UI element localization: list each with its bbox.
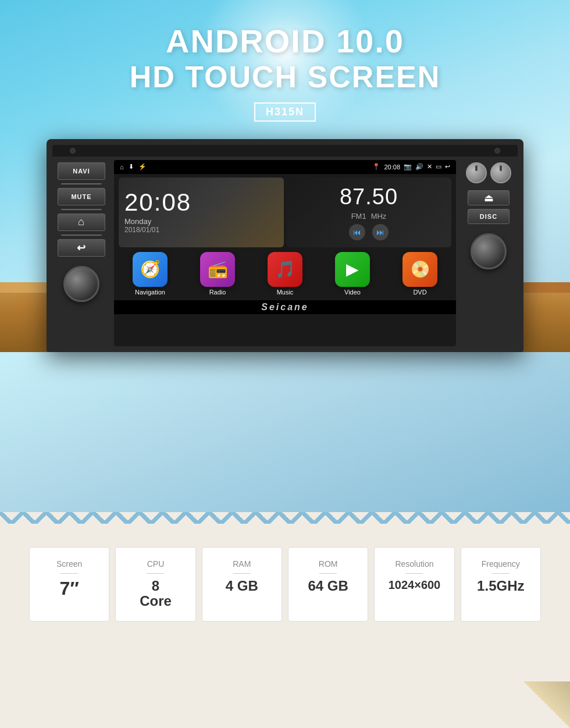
radio-unit: MHz — [371, 212, 387, 221]
radio-frequency: 87.50 — [340, 184, 398, 209]
title-line1: ANDROID 10.0 — [130, 23, 441, 59]
download-icon: ⬇ — [129, 163, 134, 171]
android-screen: ⌂ ⬇ ⚡ 📍 20:08 📷 🔊 ✕ ▭ ↩ — [114, 160, 456, 346]
spec-rom-value: 64 GB — [308, 578, 348, 594]
radio-band-row: FM1 MHz — [351, 212, 387, 221]
navi-button[interactable]: NAVI — [58, 162, 105, 180]
spec-screen-value: 7″ — [60, 578, 79, 599]
radio-band: FM1 — [351, 212, 366, 221]
radio-app-icon[interactable]: 📻 — [200, 252, 235, 287]
page-curl — [523, 681, 570, 728]
back-status-icon: ↩ — [445, 163, 450, 171]
spec-divider — [405, 573, 423, 574]
window-icon: ▭ — [436, 163, 441, 171]
radio-app[interactable]: 📻 Radio — [200, 252, 235, 296]
spec-ram-value: 4 GB — [226, 578, 258, 594]
dial-knob-left[interactable] — [466, 162, 487, 183]
spec-divider — [319, 573, 337, 574]
left-volume-knob[interactable] — [63, 266, 99, 302]
btn-separator — [61, 209, 102, 210]
gps-icon: 📍 — [372, 163, 380, 171]
specs-section: Screen 7″ CPU 8Core RAM 4 GB ROM 64 GB R… — [0, 512, 570, 728]
brand-name: Seicane — [261, 302, 308, 312]
model-badge: H315N — [254, 102, 316, 122]
usb-icon: ⚡ — [138, 163, 147, 171]
video-app-icon[interactable]: ▶ — [335, 252, 370, 287]
radio-widget[interactable]: 87.50 FM1 MHz ⏮ ⏭ — [286, 177, 451, 247]
back-button[interactable]: ↩ — [58, 239, 105, 257]
spec-ram-label: RAM — [233, 559, 251, 569]
spec-frequency-label: Frequency — [482, 559, 520, 569]
radio-top-bar — [52, 145, 518, 157]
radio-unit: NAVI MUTE ⌂ ↩ ⌂ — [47, 139, 523, 352]
dvd-app-icon[interactable]: 📀 — [402, 252, 437, 287]
dial-row — [466, 162, 511, 183]
nav-app-label: Navigation — [135, 289, 165, 296]
radio-main-row: NAVI MUTE ⌂ ↩ ⌂ — [52, 160, 518, 346]
spec-cpu-label: CPU — [147, 559, 165, 569]
status-left: ⌂ ⬇ ⚡ — [120, 163, 147, 171]
spec-ram: RAM 4 GB — [202, 547, 282, 622]
status-time: 20:08 — [384, 164, 400, 171]
spec-resolution-label: Resolution — [395, 559, 433, 569]
clock-widget[interactable]: 20:08 Monday 2018/01/01 — [119, 177, 284, 247]
spec-frequency: Frequency 1.5GHz — [461, 547, 541, 622]
music-app-icon[interactable]: 🎵 — [268, 252, 302, 287]
dial-knob-right[interactable] — [490, 162, 511, 183]
spec-cpu-value: 8Core — [140, 578, 172, 609]
title-line2: HD TOUCH SCREEN — [130, 59, 441, 94]
spec-divider — [492, 573, 510, 574]
btn-separator — [61, 183, 102, 184]
clock-date: 2018/01/01 — [124, 226, 278, 234]
clock-day: Monday — [124, 217, 278, 226]
app-row: 🧭 Navigation 📻 Radio 🎵 Music — [114, 250, 456, 300]
radio-controls: ⏮ ⏭ — [349, 224, 389, 240]
spec-divider — [60, 573, 78, 574]
device-area: NAVI MUTE ⌂ ↩ ⌂ — [23, 139, 547, 352]
video-app-label: Video — [344, 289, 361, 296]
spec-resolution: Resolution 1024×600 — [374, 547, 454, 622]
radio-app-label: Radio — [209, 289, 226, 296]
mount-hole-left — [70, 148, 76, 154]
nav-app-icon[interactable]: 🧭 — [133, 252, 168, 287]
widget-row: 20:08 Monday 2018/01/01 87.50 FM1 MHz — [114, 174, 456, 250]
spec-divider — [147, 573, 164, 574]
spec-screen: Screen 7″ — [29, 547, 109, 622]
close-icon: ✕ — [427, 163, 432, 171]
music-app-label: Music — [277, 289, 294, 296]
dvd-app[interactable]: 📀 DVD — [402, 252, 437, 296]
home-button[interactable]: ⌂ — [58, 214, 105, 231]
spec-screen-label: Screen — [56, 559, 82, 569]
mute-button[interactable]: MUTE — [58, 188, 105, 205]
music-app[interactable]: 🎵 Music — [268, 252, 302, 296]
mount-hole-right — [494, 148, 500, 154]
hero-section: ANDROID 10.0 HD TOUCH SCREEN H315N NAVI … — [0, 0, 570, 512]
title-block: ANDROID 10.0 HD TOUCH SCREEN H315N — [130, 0, 441, 122]
clock-time: 20:08 — [124, 190, 278, 215]
spec-resolution-value: 1024×600 — [389, 578, 441, 591]
radio-next-button[interactable]: ⏭ — [372, 224, 389, 240]
spec-frequency-value: 1.5GHz — [477, 578, 524, 594]
video-app[interactable]: ▶ Video — [335, 252, 370, 296]
camera-icon: 📷 — [404, 163, 412, 171]
status-right: 📍 20:08 📷 🔊 ✕ ▭ ↩ — [372, 163, 450, 171]
home-status-icon: ⌂ — [120, 164, 124, 171]
left-panel: NAVI MUTE ⌂ ↩ — [52, 160, 111, 346]
brand-bar: Seicane — [114, 300, 456, 314]
nav-app[interactable]: 🧭 Navigation — [133, 252, 168, 296]
spec-cpu: CPU 8Core — [115, 547, 195, 622]
disc-label: DISC — [468, 209, 510, 224]
spec-divider — [233, 573, 251, 574]
dvd-app-label: DVD — [413, 289, 426, 296]
radio-prev-button[interactable]: ⏮ — [349, 224, 365, 240]
specs-grid: Screen 7″ CPU 8Core RAM 4 GB ROM 64 GB R… — [29, 547, 541, 622]
volume-icon: 🔊 — [415, 163, 423, 171]
right-volume-knob[interactable] — [471, 233, 507, 269]
eject-button[interactable]: ⏏ — [468, 190, 510, 205]
right-panel: ⏏ DISC — [459, 160, 518, 346]
spec-rom: ROM 64 GB — [288, 547, 368, 622]
spec-rom-label: ROM — [319, 559, 338, 569]
status-bar: ⌂ ⬇ ⚡ 📍 20:08 📷 🔊 ✕ ▭ ↩ — [114, 160, 456, 174]
android-screen-container[interactable]: ⌂ ⬇ ⚡ 📍 20:08 📷 🔊 ✕ ▭ ↩ — [114, 160, 456, 346]
btn-separator — [61, 235, 102, 236]
